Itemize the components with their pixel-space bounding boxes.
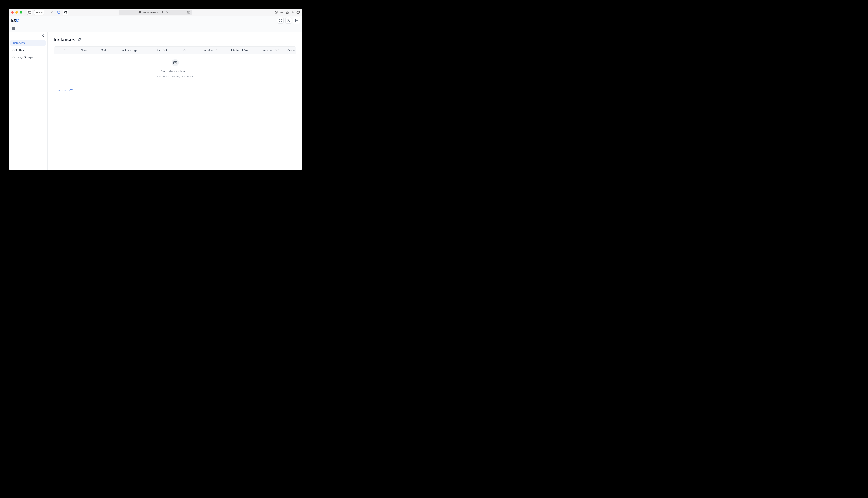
svg-line-18 (280, 19, 280, 20)
chrome-right-controls (275, 11, 300, 14)
fn-label: fn (38, 11, 40, 14)
column-header-public-ipv4: Public IPv4 (144, 49, 176, 52)
tabs-icon (296, 11, 300, 14)
sidebar-item-label: SSH Keys (12, 49, 26, 52)
svg-rect-2 (36, 12, 38, 12)
empty-state-subtitle: You do not have any instances. (156, 75, 193, 78)
back-button[interactable] (49, 10, 54, 15)
browser-settings-button[interactable] (280, 11, 284, 14)
page-title: Instances (54, 37, 75, 42)
sidebar-item-instances[interactable]: Instances (10, 40, 46, 46)
app-header: EXC (9, 16, 303, 25)
sidebar-toggle-button[interactable] (27, 10, 33, 15)
empty-state-icon-wrap (171, 59, 179, 66)
share-button[interactable] (286, 11, 289, 14)
main-content: Instances ID Name Status Instance Type P… (48, 32, 303, 170)
fullscreen-window-button[interactable] (20, 11, 22, 14)
card-icon (173, 61, 177, 64)
sidebar: Instances SSH Keys Security Groups (9, 32, 48, 170)
column-header-interface-ipv6: Interface IPv6 (254, 49, 288, 52)
logo-part-2: C (16, 18, 19, 23)
hamburger-icon (12, 27, 15, 30)
svg-line-19 (281, 19, 281, 20)
reader-icon (187, 11, 190, 14)
instances-table: ID Name Status Instance Type Public IPv4… (54, 46, 296, 83)
share-icon (286, 11, 289, 14)
address-bar[interactable]: console.excloud.in (119, 10, 192, 15)
url-text: console.excloud.in (143, 11, 164, 14)
site-settings-icon (138, 11, 141, 14)
column-header-actions: Actions (288, 49, 296, 52)
refresh-icon (78, 38, 81, 41)
shield-icon (57, 11, 61, 14)
theme-toggle-button[interactable] (285, 17, 292, 24)
app-logo[interactable]: EXC (11, 18, 19, 23)
sidebar-item-security-groups[interactable]: Security Groups (10, 54, 46, 60)
plus-icon (291, 11, 294, 14)
logo-part-1: EX (11, 18, 16, 23)
sidebar-collapse-button[interactable] (41, 34, 45, 38)
svg-point-12 (281, 12, 282, 13)
browser-window: fn console.excloud.in (9, 9, 303, 170)
reader-mode-button[interactable] (187, 11, 190, 14)
lock-icon (166, 11, 168, 14)
download-icon (275, 11, 278, 14)
column-header-zone: Zone (176, 49, 197, 52)
svg-rect-26 (174, 62, 177, 64)
gear-icon (280, 11, 284, 14)
svg-rect-4 (36, 13, 38, 13)
github-icon (64, 11, 67, 14)
minimize-window-button[interactable] (15, 11, 18, 14)
refresh-button[interactable] (78, 38, 81, 42)
lifebuoy-icon (279, 19, 282, 22)
chevron-down-icon (41, 12, 43, 13)
moon-icon (287, 19, 290, 22)
svg-rect-15 (297, 12, 299, 13)
empty-state-title: No Instances found. (161, 69, 189, 73)
column-header-instance-type: Instance Type (115, 49, 145, 52)
privacy-shield-button[interactable] (56, 10, 61, 15)
close-window-button[interactable] (11, 11, 14, 14)
tabs-button[interactable] (296, 11, 300, 14)
svg-rect-3 (36, 12, 38, 13)
launch-vm-button[interactable]: Launch a VM (54, 87, 76, 93)
sidebar-item-label: Security Groups (12, 55, 33, 59)
fn-menu-button[interactable]: fn (34, 10, 44, 15)
column-header-id: ID (54, 49, 74, 52)
logout-button[interactable] (293, 17, 300, 24)
menu-toggle-button[interactable] (11, 26, 16, 31)
sub-toolbar (9, 25, 303, 32)
svg-point-17 (280, 20, 281, 21)
app-body: Instances SSH Keys Security Groups Insta… (9, 32, 303, 170)
column-header-name: Name (74, 49, 95, 52)
svg-point-5 (139, 11, 141, 13)
column-header-interface-id: Interface ID (197, 49, 225, 52)
sidebar-item-ssh-keys[interactable]: SSH Keys (10, 47, 46, 53)
downloads-button[interactable] (275, 11, 278, 14)
header-actions (277, 17, 300, 24)
sidebar-nav: Instances SSH Keys Security Groups (10, 40, 46, 60)
logout-icon (295, 19, 298, 22)
help-button[interactable] (277, 17, 284, 24)
sidebar-item-label: Instances (12, 41, 25, 44)
table-empty-state: No Instances found. You do not have any … (54, 54, 296, 83)
chevron-left-icon (51, 11, 53, 14)
panel-left-icon (28, 11, 31, 14)
svg-line-20 (280, 21, 280, 22)
chevron-left-icon (42, 34, 44, 37)
window-controls (11, 11, 22, 14)
svg-rect-0 (28, 11, 31, 13)
column-header-status: Status (94, 49, 115, 52)
stack-icon (36, 11, 38, 13)
launch-vm-label: Launch a VM (57, 89, 73, 92)
column-header-interface-ipv4: Interface IPv4 (225, 49, 254, 52)
table-header-row: ID Name Status Instance Type Public IPv4… (54, 47, 296, 54)
svg-rect-6 (166, 12, 168, 13)
new-tab-button[interactable] (291, 11, 294, 14)
page-title-row: Instances (54, 37, 296, 42)
svg-line-21 (281, 21, 281, 22)
browser-chrome: fn console.excloud.in (9, 9, 303, 16)
extension-button[interactable] (63, 10, 68, 15)
